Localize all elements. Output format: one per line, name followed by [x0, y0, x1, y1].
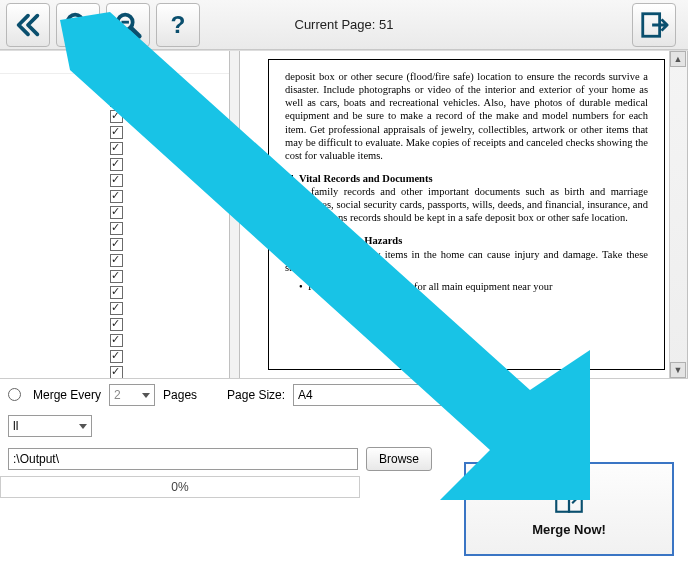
page-check-row[interactable]	[0, 204, 229, 220]
page-checkbox[interactable]	[110, 158, 123, 171]
section-body: In a disaster, ordinary items in the hom…	[285, 249, 648, 273]
merge-options-row: Merge Every 2 Pages Page Size: A4	[0, 378, 688, 410]
page-checkbox[interactable]	[110, 254, 123, 267]
preview-panel: deposit box or other secure (flood/fire …	[240, 51, 688, 378]
page-checkbox[interactable]	[110, 286, 123, 299]
option-select[interactable]: ll	[8, 415, 92, 437]
progress-bar: 0%	[0, 476, 360, 498]
checkbox-glyph-icon	[285, 238, 293, 246]
browse-button[interactable]: Browse	[366, 447, 432, 471]
page-checkbox[interactable]	[110, 222, 123, 235]
page-size-select[interactable]: A4	[293, 384, 473, 406]
merge-now-button[interactable]: Merge Now!	[464, 462, 674, 556]
page-check-row[interactable]	[0, 236, 229, 252]
page-check-row[interactable]	[0, 124, 229, 140]
page-check-row[interactable]	[0, 268, 229, 284]
page-checkbox[interactable]	[110, 94, 123, 107]
double-arrow-left-icon	[13, 10, 43, 40]
page-check-row[interactable]	[0, 316, 229, 332]
exit-button[interactable]	[632, 3, 676, 47]
page-check-row[interactable]	[0, 300, 229, 316]
page-check-row[interactable]	[0, 188, 229, 204]
section-body: Vital family records and other important…	[285, 186, 648, 223]
merge-every-value-select[interactable]: 2	[109, 384, 155, 406]
exit-icon	[639, 10, 669, 40]
zoom-in-button[interactable]	[56, 3, 100, 47]
page-checkbox[interactable]	[110, 302, 123, 315]
page-check-row[interactable]	[0, 252, 229, 268]
merge-now-label: Merge Now!	[532, 522, 606, 537]
svg-text:?: ?	[171, 10, 186, 37]
section-title: Reduce Home Hazards	[299, 235, 402, 246]
page-check-row[interactable]	[0, 92, 229, 108]
page-check-row[interactable]	[0, 348, 229, 364]
document-preview: deposit box or other secure (flood/fire …	[268, 59, 665, 370]
page-checkbox[interactable]	[110, 126, 123, 139]
page-checkbox[interactable]	[110, 142, 123, 155]
preview-section: Vital Records and Documents Vital family…	[285, 172, 648, 225]
help-button[interactable]: ?	[156, 3, 200, 47]
section-title: Vital Records and Documents	[299, 173, 432, 184]
page-checkbox[interactable]	[110, 270, 123, 283]
toolbar: ? Current Page: 51	[0, 0, 688, 50]
page-checkbox[interactable]	[110, 174, 123, 187]
merge-icon	[552, 482, 586, 516]
page-size-label: Page Size:	[227, 388, 285, 402]
scroll-down-icon[interactable]: ▼	[670, 362, 686, 378]
svg-line-1	[81, 27, 89, 35]
panel-divider	[230, 51, 240, 378]
page-list-header: Merge	[0, 51, 229, 74]
zoom-out-button[interactable]	[106, 3, 150, 47]
page-check-row[interactable]	[0, 284, 229, 300]
checkbox-glyph-icon	[285, 175, 293, 183]
page-checkbox[interactable]	[110, 190, 123, 203]
zoom-out-icon	[113, 10, 143, 40]
page-checkbox[interactable]	[110, 110, 123, 123]
section-bullet: • Keep the shut-off switch for all main …	[285, 280, 648, 293]
merge-every-label: Merge Every	[33, 388, 101, 402]
scroll-up-icon[interactable]: ▲	[670, 51, 686, 67]
current-page-label: Current Page: 51	[294, 17, 393, 32]
zoom-in-icon	[63, 10, 93, 40]
pages-label: Pages	[163, 388, 197, 402]
page-checkbox[interactable]	[110, 366, 123, 379]
back-button[interactable]	[6, 3, 50, 47]
page-check-row[interactable]	[0, 76, 229, 92]
preview-paragraph: deposit box or other secure (flood/fire …	[285, 70, 648, 162]
page-check-row[interactable]	[0, 172, 229, 188]
preview-scrollbar[interactable]: ▲ ▼	[669, 51, 687, 378]
page-checkbox[interactable]	[110, 238, 123, 251]
main-area: Merge deposit box or other secure (flood…	[0, 50, 688, 378]
page-check-row[interactable]	[0, 332, 229, 348]
page-checklist[interactable]	[0, 74, 229, 378]
page-list-panel: Merge	[0, 51, 230, 378]
page-check-row[interactable]	[0, 364, 229, 378]
page-check-row[interactable]	[0, 140, 229, 156]
svg-line-5	[131, 27, 139, 35]
page-check-row[interactable]	[0, 108, 229, 124]
preview-section: Reduce Home Hazards In a disaster, ordin…	[285, 234, 648, 293]
page-checkbox[interactable]	[110, 318, 123, 331]
secondary-options-row: ll	[0, 410, 688, 442]
output-path-input[interactable]	[8, 448, 358, 470]
page-checkbox[interactable]	[110, 206, 123, 219]
page-check-row[interactable]	[0, 156, 229, 172]
help-icon: ?	[163, 10, 193, 40]
page-checkbox[interactable]	[110, 350, 123, 363]
merge-every-radio[interactable]	[8, 388, 21, 401]
page-checkbox[interactable]	[110, 78, 123, 91]
page-checkbox[interactable]	[110, 334, 123, 347]
page-check-row[interactable]	[0, 220, 229, 236]
